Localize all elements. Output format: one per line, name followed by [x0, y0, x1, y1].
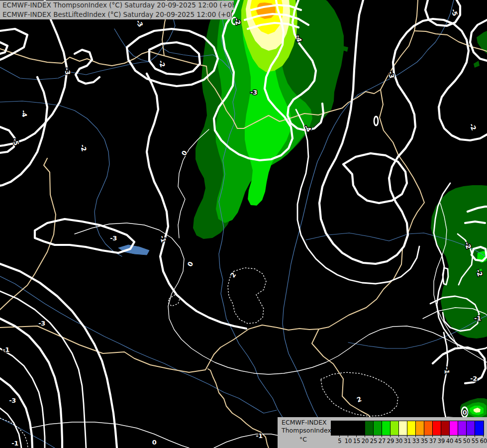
legend-unit: °C [299, 436, 307, 443]
legend-color-cell [374, 421, 382, 435]
legend-tick-label: 20 [362, 438, 369, 445]
contour-label: -1 [474, 315, 481, 322]
legend-tick-label: 10 [345, 438, 352, 445]
legend-tick [407, 435, 416, 437]
legend-tick-label: 29 [387, 438, 394, 445]
contour-label: -1 [443, 367, 451, 374]
legend-tick [433, 435, 441, 437]
title-bar-bestlifted-index: ECMWF-INDEX BestLiftedIndex (°C) Saturda… [0, 10, 232, 19]
legend-tick-label: 55 [472, 438, 479, 445]
title-bar-thompson-index: ECMWF-INDEX ThompsonIndex (°C) Saturday … [0, 0, 234, 10]
legend-tick-label: 30 [395, 438, 403, 445]
legend-tick [399, 435, 407, 437]
legend-tick [441, 435, 450, 437]
legend-tick-label: 31 [404, 438, 411, 445]
legend-tick [348, 435, 357, 437]
legend-tick [467, 435, 475, 437]
legend-color-cell [475, 421, 484, 435]
legend-color-cell [390, 421, 399, 435]
legend-color-cell [450, 421, 458, 435]
contour-label: -3 [250, 89, 257, 96]
legend-tickmarks [331, 435, 484, 437]
contour-label: 0 [152, 439, 157, 446]
legend-color-cell [331, 421, 340, 435]
legend-tick-label: 5 [338, 438, 341, 445]
legend-tick [424, 435, 433, 437]
contour-label: -1 [2, 346, 9, 353]
legend-tick-label: 27 [379, 438, 386, 445]
legend-tick-label: 40 [446, 438, 454, 445]
legend-color-cell [357, 421, 365, 435]
title-text-bestlifted: ECMWF-INDEX BestLiftedIndex (°C) Saturda… [2, 10, 232, 18]
legend-tick-label: 60 [480, 438, 487, 445]
title-text-thompson: ECMWF-INDEX ThompsonIndex (°C) Saturday … [2, 1, 234, 9]
contour-label: -1 [11, 440, 18, 447]
legend-color-cell [382, 421, 390, 435]
legend-color-cell [416, 421, 424, 435]
legend-color-cell [441, 421, 450, 435]
contour-label: -3 [38, 320, 45, 327]
legend-tick [340, 435, 348, 437]
legend-color-cell [424, 421, 433, 435]
legend-tick [390, 435, 399, 437]
contour-label: -1 [256, 432, 263, 440]
legend-panel: ECMWF-INDEX ThompsonIndex °C 51015202527… [278, 417, 487, 448]
legend-color-cell [365, 421, 374, 435]
legend-tick [475, 435, 484, 437]
legend-tick-label: 37 [429, 438, 437, 445]
legend-color-cell [467, 421, 475, 435]
legend-tick [374, 435, 382, 437]
legend-tick-label: 45 [455, 438, 462, 445]
legend-tick [357, 435, 365, 437]
legend-tick [458, 435, 467, 437]
legend-color-cell [399, 421, 407, 435]
legend-color-cell [348, 421, 357, 435]
legend-tick-label: 39 [438, 438, 445, 445]
legend-colorbar [331, 421, 484, 436]
contour-label: -2 [470, 375, 477, 382]
contour-label: -3 [110, 234, 117, 242]
legend-subtitle: ThompsonIndex [282, 427, 331, 434]
legend-color-cell [407, 421, 416, 435]
legend-tick-label: 35 [421, 438, 428, 445]
legend-tick-label: 25 [370, 438, 378, 445]
legend-tick [331, 435, 340, 437]
legend-tick [382, 435, 390, 437]
legend-color-cell [458, 421, 467, 435]
contour-label: -3 [9, 397, 16, 404]
legend-tick-label: 50 [463, 438, 471, 445]
legend-tick-label: 33 [412, 438, 420, 445]
legend-tick [365, 435, 374, 437]
legend-color-cell [340, 421, 348, 435]
weather-map-page: -3-2-3-2-4-3-5-3-2-4-4-5-2-3-1002-2-2-3-… [0, 0, 487, 448]
map-canvas: -3-2-3-2-4-3-5-3-2-4-4-5-2-3-1002-2-2-3-… [0, 0, 487, 448]
legend-tick [416, 435, 424, 437]
legend-tick-label: 15 [353, 438, 361, 445]
legend-title: ECMWF-INDEX [282, 419, 327, 426]
legend-tick [450, 435, 458, 437]
contour-label: 0 [463, 409, 467, 416]
legend-color-cell [433, 421, 441, 435]
